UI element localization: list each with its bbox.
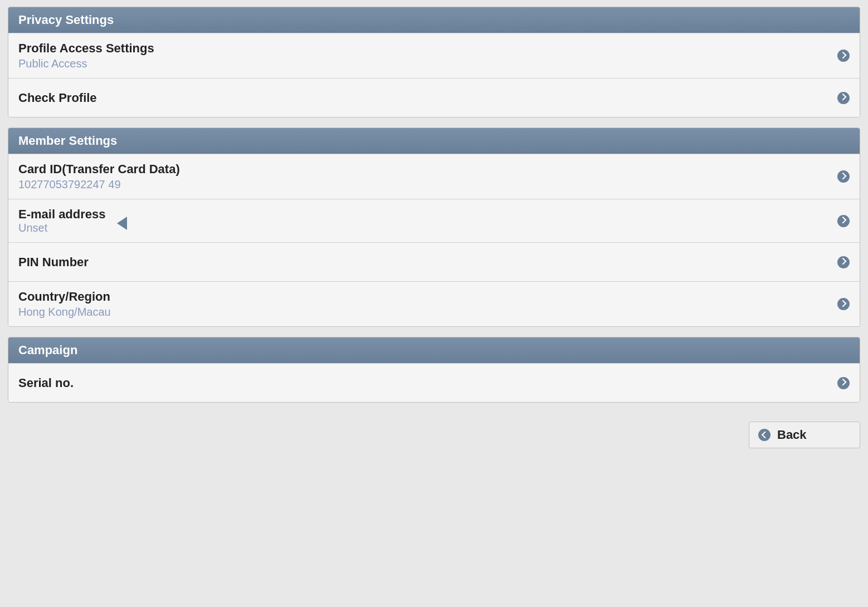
country-row[interactable]: Country/Region Hong Kong/Macau: [8, 281, 860, 326]
check-profile-title: Check Profile: [18, 91, 831, 105]
profile-access-row[interactable]: Profile Access Settings Public Access: [8, 33, 860, 78]
country-chevron: [837, 298, 850, 310]
profile-access-chevron: [837, 50, 850, 62]
back-button-label: Back: [777, 428, 807, 442]
serial-title: Serial no.: [18, 376, 831, 390]
footer: Back: [8, 413, 860, 448]
pin-chevron: [837, 256, 850, 268]
page-container: Privacy Settings Profile Access Settings…: [0, 0, 868, 455]
check-profile-chevron: [837, 92, 850, 104]
pin-content: PIN Number: [18, 255, 831, 270]
email-subtitle: Unset: [18, 222, 47, 234]
back-button-icon: [758, 429, 771, 441]
privacy-section: Privacy Settings Profile Access Settings…: [8, 7, 860, 118]
member-section: Member Settings Card ID(Transfer Card Da…: [8, 128, 860, 327]
email-row-inner: E-mail address Unset: [18, 207, 831, 234]
pin-row[interactable]: PIN Number: [8, 242, 860, 281]
pin-title: PIN Number: [18, 255, 831, 270]
serial-row[interactable]: Serial no.: [8, 363, 860, 402]
profile-access-subtitle: Public Access: [18, 57, 831, 70]
email-left-arrow-icon: [117, 217, 127, 230]
privacy-section-header: Privacy Settings: [8, 7, 860, 33]
country-subtitle: Hong Kong/Macau: [18, 306, 831, 319]
card-id-content: Card ID(Transfer Card Data) 102770537922…: [18, 162, 831, 191]
email-title: E-mail address: [18, 207, 106, 221]
card-id-value: 10277053792247 49: [18, 178, 831, 191]
campaign-section: Campaign Serial no.: [8, 337, 860, 403]
country-content: Country/Region Hong Kong/Macau: [18, 290, 831, 319]
campaign-section-header: Campaign: [8, 337, 860, 363]
check-profile-row[interactable]: Check Profile: [8, 78, 860, 117]
email-row[interactable]: E-mail address Unset: [8, 199, 860, 242]
serial-content: Serial no.: [18, 376, 831, 390]
card-id-chevron: [837, 170, 850, 183]
card-id-title: Card ID(Transfer Card Data): [18, 162, 831, 177]
serial-chevron: [837, 377, 850, 389]
check-profile-content: Check Profile: [18, 91, 831, 105]
back-button[interactable]: Back: [749, 422, 860, 448]
email-text-group: E-mail address Unset: [18, 207, 106, 234]
main-wrapper: Privacy Settings Profile Access Settings…: [0, 0, 868, 455]
email-content: E-mail address Unset: [18, 207, 831, 234]
email-chevron: [837, 215, 850, 227]
profile-access-content: Profile Access Settings Public Access: [18, 41, 831, 70]
country-title: Country/Region: [18, 290, 831, 304]
member-section-header: Member Settings: [8, 128, 860, 154]
card-id-row[interactable]: Card ID(Transfer Card Data) 102770537922…: [8, 154, 860, 199]
profile-access-title: Profile Access Settings: [18, 41, 831, 56]
